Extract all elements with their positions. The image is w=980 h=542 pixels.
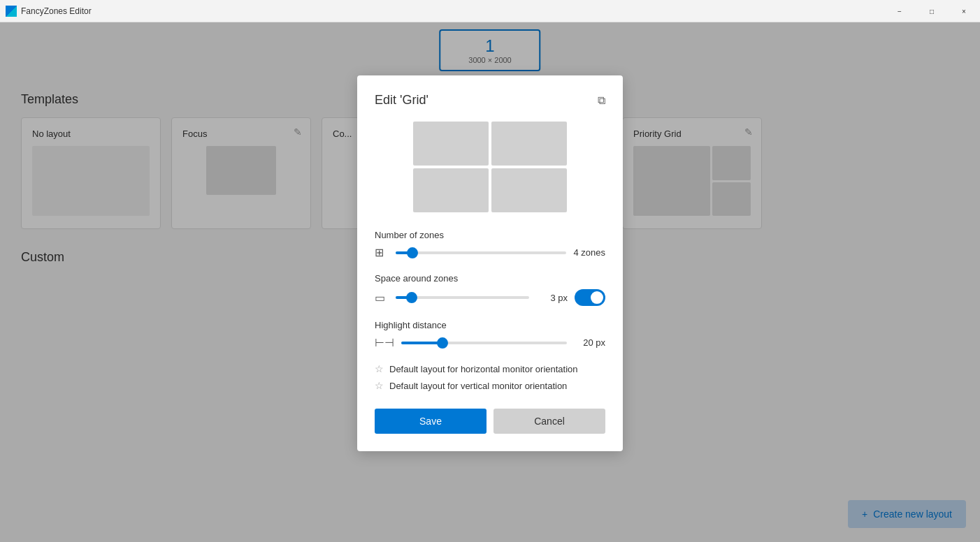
- zones-icon: ⊞: [375, 246, 389, 259]
- modal-header: Edit 'Grid' ⧉: [375, 93, 605, 108]
- space-icon: ▭: [375, 291, 389, 305]
- modal-grid-cell-3: [413, 168, 489, 212]
- modal-buttons: Save Cancel: [375, 409, 605, 434]
- highlight-slider-row: ⊢⊣ 20 px: [375, 336, 605, 349]
- horizontal-star-icon[interactable]: ☆: [375, 363, 384, 374]
- titlebar-controls: − □ ×: [884, 0, 980, 22]
- zones-slider-thumb[interactable]: [407, 247, 418, 258]
- space-value: 3 px: [536, 293, 568, 303]
- zones-slider-section: Number of zones ⊞ 4 zones: [375, 230, 605, 259]
- vertical-star-icon[interactable]: ☆: [375, 380, 384, 391]
- modal-title: Edit 'Grid': [375, 93, 428, 108]
- save-button[interactable]: Save: [375, 409, 487, 434]
- highlight-slider-track[interactable]: [401, 342, 567, 344]
- titlebar-title: FancyZones Editor: [21, 6, 92, 16]
- edit-grid-modal: Edit 'Grid' ⧉ Number of zones ⊞ 4 zones: [357, 75, 623, 451]
- vertical-checkbox-row: ☆ Default layout for vertical monitor or…: [375, 380, 605, 391]
- highlight-value: 20 px: [574, 337, 605, 348]
- copy-icon[interactable]: ⧉: [598, 94, 605, 107]
- modal-grid-cell-2: [491, 122, 567, 166]
- cancel-button[interactable]: Cancel: [493, 409, 605, 434]
- highlight-label: Highlight distance: [375, 320, 605, 330]
- modal-grid-cell-4: [491, 168, 567, 212]
- app-icon: [6, 6, 17, 17]
- main-content: 1 3000 × 2000 Templates No layout Focus …: [0, 22, 980, 542]
- checkbox-section: ☆ Default layout for horizontal monitor …: [375, 363, 605, 391]
- space-label: Space around zones: [375, 273, 605, 284]
- close-button[interactable]: ×: [948, 0, 980, 22]
- zones-slider-row: ⊞ 4 zones: [375, 246, 605, 259]
- modal-grid-preview: [413, 122, 567, 212]
- space-toggle[interactable]: [575, 289, 605, 306]
- space-slider-section: Space around zones ▭ 3 px: [375, 273, 605, 306]
- maximize-button[interactable]: □: [916, 0, 948, 22]
- minimize-button[interactable]: −: [884, 0, 916, 22]
- highlight-icon: ⊢⊣: [375, 336, 394, 349]
- toggle-knob: [591, 291, 603, 304]
- vertical-label: Default layout for vertical monitor orie…: [389, 381, 567, 391]
- zones-label: Number of zones: [375, 230, 605, 240]
- zones-slider-track[interactable]: [396, 251, 566, 254]
- horizontal-label: Default layout for horizontal monitor or…: [389, 364, 578, 374]
- highlight-slider-section: Highlight distance ⊢⊣ 20 px: [375, 320, 605, 349]
- space-slider-row: ▭ 3 px: [375, 289, 605, 306]
- horizontal-checkbox-row: ☆ Default layout for horizontal monitor …: [375, 363, 605, 374]
- space-slider-thumb[interactable]: [406, 292, 417, 303]
- zones-value: 4 zones: [573, 247, 605, 258]
- titlebar: FancyZones Editor − □ ×: [0, 0, 980, 22]
- space-slider-track[interactable]: [396, 296, 529, 299]
- modal-grid-cell-1: [413, 122, 489, 166]
- highlight-slider-thumb[interactable]: [437, 337, 448, 349]
